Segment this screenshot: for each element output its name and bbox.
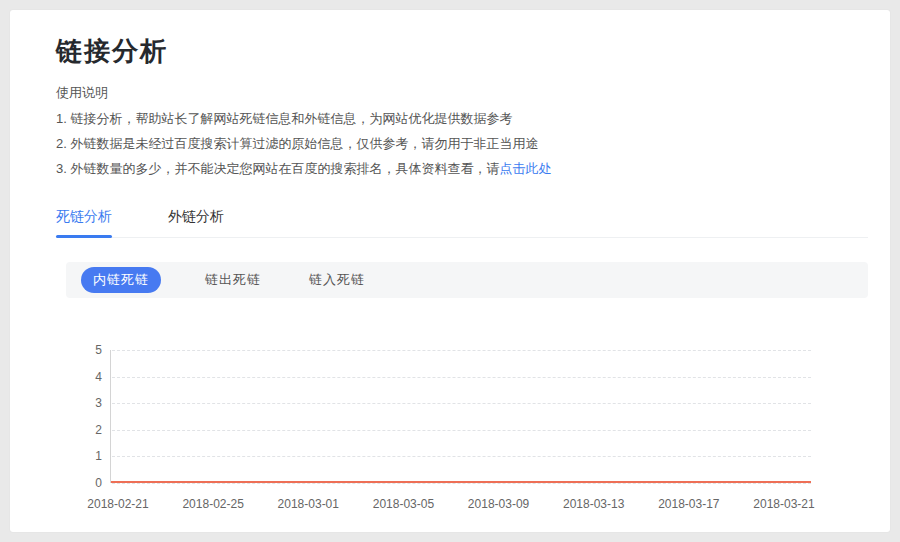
subtab-inbound-dead-link[interactable]: 链入死链 <box>309 271 365 289</box>
line-series <box>111 350 811 483</box>
link-analysis-panel: 链接分析 使用说明 1. 链接分析，帮助站长了解网站死链信息和外链信息，为网站优… <box>10 10 890 532</box>
y-tick-label: 1 <box>42 450 102 462</box>
usage-heading: 使用说明 <box>56 84 108 102</box>
subtab-bar: 内链死链 链出死链 链入死链 <box>66 262 868 298</box>
x-tick-label: 2018-03-01 <box>278 497 339 511</box>
page-title: 链接分析 <box>56 34 168 69</box>
subtab-outbound-dead-link[interactable]: 链出死链 <box>205 271 261 289</box>
y-tick-label: 0 <box>42 477 102 489</box>
x-tick-label: 2018-03-17 <box>658 497 719 511</box>
tab-bar: 死链分析 外链分析 <box>56 208 868 238</box>
details-link[interactable]: 点击此处 <box>499 161 551 176</box>
y-tick-label: 3 <box>42 397 102 409</box>
tab-label: 死链分析 <box>56 208 112 224</box>
dead-link-trend-chart: 0123452018-02-212018-02-252018-03-012018… <box>10 340 890 520</box>
x-tick-label: 2018-03-05 <box>373 497 434 511</box>
y-tick-label: 4 <box>42 371 102 383</box>
x-tick-label: 2018-03-21 <box>753 497 814 511</box>
x-tick-label: 2018-02-21 <box>87 497 148 511</box>
tab-label: 外链分析 <box>168 208 224 224</box>
tab-dead-link-analysis[interactable]: 死链分析 <box>56 208 112 237</box>
y-tick-label: 2 <box>42 424 102 436</box>
instruction-line-3: 3. 外链数量的多少，并不能决定您网站在百度的搜索排名，具体资料查看，请点击此处 <box>56 160 551 178</box>
tab-external-link-analysis[interactable]: 外链分析 <box>168 208 224 237</box>
x-tick-label: 2018-02-25 <box>182 497 243 511</box>
x-tick-label: 2018-03-09 <box>468 497 529 511</box>
subtab-internal-dead-link[interactable]: 内链死链 <box>81 267 161 293</box>
instruction-text: 3. 外链数量的多少，并不能决定您网站在百度的搜索排名，具体资料查看，请 <box>56 161 499 176</box>
x-tick-label: 2018-03-13 <box>563 497 624 511</box>
instruction-line-1: 1. 链接分析，帮助站长了解网站死链信息和外链信息，为网站优化提供数据参考 <box>56 110 512 128</box>
plot-area <box>110 350 811 483</box>
y-tick-label: 5 <box>42 344 102 356</box>
instruction-line-2: 2. 外链数据是未经过百度搜索计算过滤的原始信息，仅供参考，请勿用于非正当用途 <box>56 135 538 153</box>
gridline <box>112 483 811 484</box>
